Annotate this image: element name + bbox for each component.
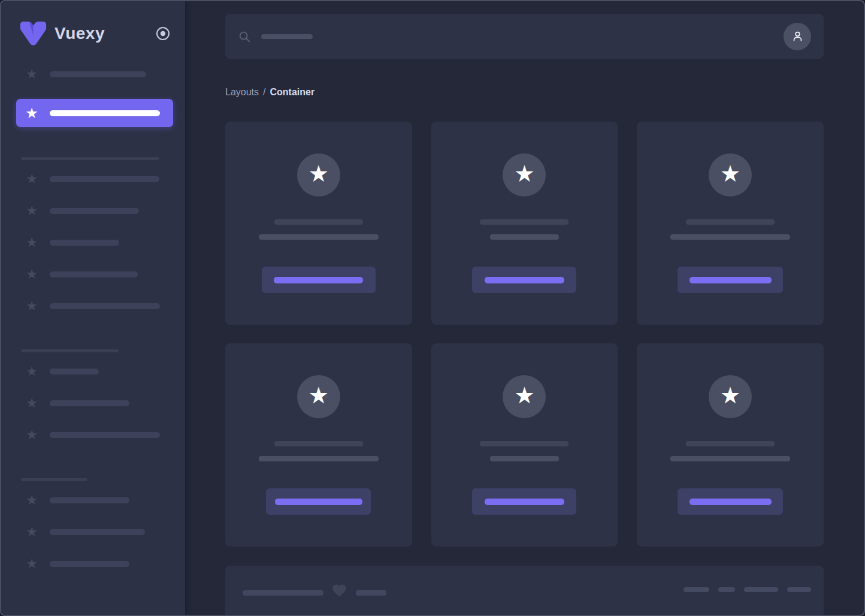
sidebar-item[interactable]: ★ xyxy=(16,267,173,282)
star-icon: ★ xyxy=(309,384,329,407)
star-icon: ★ xyxy=(514,384,534,407)
search-bar[interactable] xyxy=(225,14,824,59)
sidebar-item[interactable]: ★ xyxy=(16,204,173,218)
placeholder-card: ★ xyxy=(637,122,824,325)
card-action-button[interactable] xyxy=(472,488,576,515)
footer xyxy=(225,566,824,615)
card-avatar: ★ xyxy=(297,153,340,197)
star-icon: ★ xyxy=(25,493,39,508)
card-title-skeleton xyxy=(274,219,363,225)
star-icon: ★ xyxy=(25,525,39,539)
card-title-skeleton xyxy=(686,441,775,446)
star-icon: ★ xyxy=(514,162,534,185)
menu-label-skeleton xyxy=(50,71,146,77)
card-action-button[interactable] xyxy=(472,267,576,293)
star-icon: ★ xyxy=(720,384,740,407)
footer-link-skeleton xyxy=(744,587,778,592)
card-subtitle-skeleton xyxy=(670,456,790,461)
button-label-skeleton xyxy=(485,277,564,283)
card-avatar: ★ xyxy=(503,375,546,418)
button-label-skeleton xyxy=(689,499,772,505)
app-window: Vuexy ★★★★★★★★★★★★★ Layouts / Con xyxy=(0,0,865,616)
star-icon: ★ xyxy=(25,106,39,120)
main-content: Layouts / Container ★★★★★★ xyxy=(185,1,864,615)
card-action-button[interactable] xyxy=(678,488,783,515)
menu-label-skeleton xyxy=(50,400,129,406)
card-title-skeleton xyxy=(686,219,775,225)
sidebar-item[interactable]: ★ xyxy=(16,396,173,410)
sidebar-pin-toggle-icon[interactable] xyxy=(155,26,171,41)
menu-label-skeleton xyxy=(50,271,138,277)
breadcrumb-separator: / xyxy=(263,87,265,98)
sidebar-item[interactable]: ★ xyxy=(16,493,173,508)
sidebar-item[interactable]: ★ xyxy=(16,557,173,571)
footer-text-skeleton xyxy=(356,590,386,596)
card-grid: ★★★★★★ xyxy=(225,122,824,546)
menu-label-skeleton xyxy=(50,529,145,535)
user-icon xyxy=(791,29,804,43)
card-action-button[interactable] xyxy=(678,267,783,293)
menu-label-skeleton xyxy=(50,240,119,246)
brand-name: Vuexy xyxy=(55,24,105,43)
card-title-skeleton xyxy=(480,219,568,225)
placeholder-card: ★ xyxy=(637,343,824,546)
search-placeholder-skeleton xyxy=(261,34,313,39)
breadcrumb-current: Container xyxy=(270,87,315,98)
sidebar-section-heading-skeleton xyxy=(21,478,87,481)
sidebar-section-heading-skeleton xyxy=(21,349,119,352)
menu-label-skeleton xyxy=(50,432,160,438)
card-avatar: ★ xyxy=(297,375,340,418)
footer-text-skeleton xyxy=(243,590,323,596)
card-subtitle-skeleton xyxy=(259,456,379,461)
sidebar-item[interactable]: ★ xyxy=(16,364,173,379)
star-icon: ★ xyxy=(25,364,39,379)
card-subtitle-skeleton xyxy=(259,234,379,240)
breadcrumb: Layouts / Container xyxy=(225,87,824,98)
menu-label-skeleton xyxy=(50,303,160,309)
breadcrumb-parent[interactable]: Layouts xyxy=(225,87,259,98)
button-label-skeleton xyxy=(274,277,363,283)
sidebar-item-active[interactable]: ★ xyxy=(16,99,173,127)
button-label-skeleton xyxy=(275,499,362,505)
sidebar-item[interactable]: ★ xyxy=(16,172,173,186)
star-icon: ★ xyxy=(25,557,39,571)
button-label-skeleton xyxy=(485,499,564,505)
star-icon: ★ xyxy=(25,235,39,250)
card-subtitle-skeleton xyxy=(490,234,559,240)
card-title-skeleton xyxy=(480,441,568,446)
placeholder-card: ★ xyxy=(431,122,618,325)
user-avatar-button[interactable] xyxy=(784,23,811,50)
sidebar-item[interactable]: ★ xyxy=(16,525,173,539)
card-avatar: ★ xyxy=(503,153,546,197)
sidebar-section-heading-skeleton xyxy=(21,157,159,160)
card-action-button[interactable] xyxy=(262,267,376,293)
search-icon xyxy=(238,30,251,43)
footer-links xyxy=(683,587,811,592)
star-icon: ★ xyxy=(25,267,39,282)
star-icon: ★ xyxy=(25,299,39,313)
card-subtitle-skeleton xyxy=(670,234,790,240)
sidebar-menu: ★★★★★★★★★★★★★ xyxy=(1,49,185,571)
card-action-button[interactable] xyxy=(266,488,371,515)
placeholder-card: ★ xyxy=(225,343,412,546)
footer-link-skeleton xyxy=(683,587,709,592)
sidebar-item[interactable]: ★ xyxy=(16,235,173,250)
star-icon: ★ xyxy=(309,162,329,185)
card-subtitle-skeleton xyxy=(490,456,559,461)
star-icon: ★ xyxy=(25,172,39,186)
sidebar-header: Vuexy xyxy=(1,1,185,49)
star-icon: ★ xyxy=(25,428,39,442)
menu-label-skeleton xyxy=(50,497,129,503)
menu-label-skeleton xyxy=(50,176,159,182)
sidebar-item[interactable]: ★ xyxy=(16,67,173,81)
menu-label-skeleton xyxy=(50,561,129,567)
card-avatar: ★ xyxy=(709,375,752,418)
vuexy-logo-icon xyxy=(20,21,47,46)
menu-label-skeleton xyxy=(50,369,99,375)
footer-link-skeleton xyxy=(787,587,811,592)
sidebar-item[interactable]: ★ xyxy=(16,428,173,442)
button-label-skeleton xyxy=(689,277,772,283)
card-title-skeleton xyxy=(274,441,363,446)
sidebar-item[interactable]: ★ xyxy=(16,299,173,313)
footer-left xyxy=(243,587,386,599)
